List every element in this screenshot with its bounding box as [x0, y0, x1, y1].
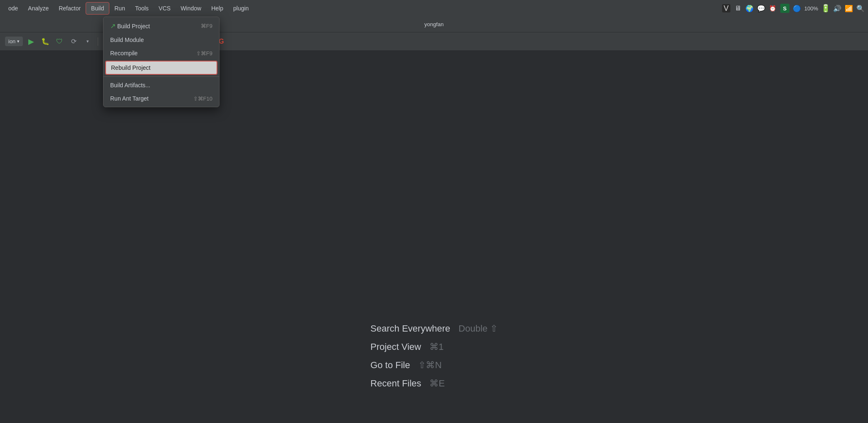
- menu-item-build-module[interactable]: Build Module: [104, 33, 219, 47]
- build-dropdown-menu: ↗ Build Project ⌘F9 Build Module Recompi…: [103, 17, 219, 107]
- dropdown-label: ion: [8, 38, 15, 44]
- menu-item-run[interactable]: Run: [109, 2, 130, 14]
- tray-icon-v[interactable]: V: [722, 4, 730, 12]
- menu-item-tools[interactable]: Tools: [130, 2, 154, 14]
- hint-row-project: Project View ⌘1: [370, 342, 444, 352]
- tray-icon-bluetooth[interactable]: 🔵: [793, 4, 801, 12]
- chevron-down-icon: ▾: [17, 39, 20, 44]
- project-view-shortcut: ⌘1: [429, 342, 444, 352]
- build-artifacts-label: Build Artifacts...: [110, 82, 150, 89]
- menu-item-build[interactable]: Build: [86, 2, 109, 15]
- build-project-icon: ↗: [110, 22, 116, 30]
- system-tray: V 🖥 🌍 💬 ⏰ S 🔵 100% 🔋 🔊 📶 🔍: [722, 4, 865, 13]
- center-hints: Search Everywhere Double ⇧ Project View …: [370, 323, 498, 389]
- hint-row-goto: Go to File ⇧⌘N: [370, 360, 441, 371]
- menu-item-build-project[interactable]: ↗ Build Project ⌘F9: [104, 19, 219, 33]
- search-everywhere-shortcut: Double ⇧: [459, 323, 498, 334]
- menubar-items: ode Analyze Refactor Build Run Tools VCS…: [3, 2, 254, 15]
- rebuild-project-label: Rebuild Project: [111, 64, 150, 71]
- menu-item-rebuild-project[interactable]: Rebuild Project: [105, 61, 217, 75]
- debug-button[interactable]: 🐛: [39, 36, 51, 47]
- profile-button[interactable]: ⟳: [68, 36, 79, 47]
- menu-item-build-artifacts[interactable]: Build Artifacts...: [104, 79, 219, 92]
- run-ant-target-shortcut: ⇧⌘F10: [193, 96, 212, 102]
- search-icon[interactable]: 🔍: [856, 4, 865, 12]
- menu-item-code[interactable]: ode: [3, 2, 23, 14]
- recompile-shortcut: ⇧⌘F9: [196, 50, 212, 57]
- menu-item-analyze[interactable]: Analyze: [23, 2, 54, 14]
- battery-icon: 🔋: [821, 4, 830, 12]
- project-view-label: Project View: [370, 342, 421, 352]
- tray-icon-chat[interactable]: 💬: [757, 4, 765, 12]
- wifi-icon[interactable]: 📶: [845, 4, 853, 12]
- hint-row-recent: Recent Files ⌘E: [370, 378, 445, 389]
- recent-files-shortcut: ⌘E: [429, 378, 445, 389]
- tray-icon-s[interactable]: S: [780, 4, 789, 13]
- menu-item-plugin[interactable]: plugin: [228, 2, 254, 14]
- menu-item-window[interactable]: Window: [175, 2, 206, 14]
- hint-row-search: Search Everywhere Double ⇧: [370, 323, 498, 334]
- search-everywhere-label: Search Everywhere: [370, 323, 450, 334]
- tray-icon-clock[interactable]: ⏰: [769, 4, 777, 12]
- recompile-label: Recompile: [110, 50, 138, 57]
- menu-item-help[interactable]: Help: [206, 2, 228, 14]
- recent-files-label: Recent Files: [370, 378, 421, 389]
- coverage-button[interactable]: 🛡: [54, 36, 65, 47]
- tray-icon-globe[interactable]: 🌍: [745, 4, 754, 12]
- project-title: yongfan: [424, 21, 444, 27]
- tray-icon-monitor[interactable]: 🖥: [734, 4, 742, 12]
- audio-icon[interactable]: 🔊: [833, 4, 841, 12]
- menu-item-run-ant-target[interactable]: Run Ant Target ⇧⌘F10: [104, 92, 219, 105]
- build-project-label: Build Project: [117, 23, 150, 30]
- menu-item-refactor[interactable]: Refactor: [54, 2, 86, 14]
- go-to-file-label: Go to File: [370, 360, 410, 371]
- menu-item-recompile[interactable]: Recompile ⇧⌘F9: [104, 47, 219, 60]
- configuration-dropdown[interactable]: ion ▾: [5, 37, 23, 46]
- menu-item-vcs[interactable]: VCS: [154, 2, 176, 14]
- dropdown-arrow[interactable]: ▾: [82, 36, 94, 47]
- build-project-shortcut: ⌘F9: [201, 23, 212, 29]
- run-ant-target-label: Run Ant Target: [110, 95, 148, 102]
- dropdown-separator: [104, 76, 219, 77]
- menubar: ode Analyze Refactor Build Run Tools VCS…: [0, 0, 868, 17]
- build-module-label: Build Module: [110, 37, 144, 43]
- go-to-file-shortcut: ⇧⌘N: [418, 360, 441, 371]
- run-button[interactable]: ▶: [25, 36, 37, 47]
- battery-label: 100%: [804, 5, 818, 12]
- toolbar-separator-1: [98, 37, 98, 46]
